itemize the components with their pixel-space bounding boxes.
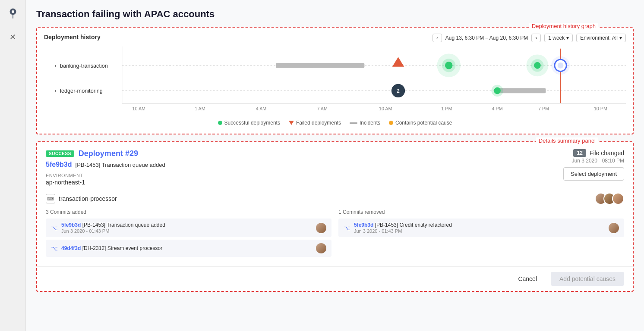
- svg-text:ledger-monitoring: ledger-monitoring: [60, 88, 103, 94]
- chart-wrapper: › banking-transaction › ledger-monitorin…: [44, 46, 626, 116]
- add-potential-causes-button[interactable]: Add potential causes: [551, 272, 624, 286]
- commit-hash-main: 5fe9b3d: [46, 161, 72, 168]
- deployment-history-content: Deployment history ‹ Aug 13, 6:30 PM – A…: [37, 28, 633, 134]
- commit-branch-icon-2: ⌥: [51, 245, 58, 252]
- commit-avatar-a2: [316, 243, 326, 253]
- commit-line-text: [PB-1453] Transaction queue added: [74, 162, 165, 168]
- commits-columns: 3 Commits added ⌥ 5fe9b3d [PB-1453] Tran…: [46, 209, 624, 259]
- commit-text-block-2: 49d4f3d [DH-2312] Stream event processor: [61, 245, 162, 251]
- commit-branch-icon-r1: ⌥: [344, 225, 350, 231]
- svg-text:4 AM: 4 AM: [256, 106, 267, 111]
- legend-successful-label: Successful deployments: [224, 120, 280, 126]
- period-dropdown[interactable]: 1 week ▾: [544, 34, 573, 42]
- deployment-header: SUCCESS Deployment #29 5fe9b3d [PB-1453]…: [46, 149, 624, 186]
- file-changed-row: 12 File changed: [573, 149, 624, 157]
- commit-text-block: 5fe9b3d [PB-1453] Transaction queue adde…: [61, 222, 165, 234]
- legend-incidents-label: Incidents: [360, 120, 380, 126]
- svg-text:7 AM: 7 AM: [317, 106, 328, 111]
- commits-removed-col: 1 Commits removed ⌥ 5fe9b3d [PB-1453] Cr…: [338, 209, 624, 259]
- commit-timestamp-a1: Jun 3 2020 - 01:43 PM: [61, 228, 165, 234]
- commits-removed-label: 1 Commits removed: [338, 209, 624, 215]
- svg-point-22: [558, 62, 564, 69]
- commit-item-removed-1: ⌥ 5fe9b3d [PB-1453] Credit entity refact…: [338, 219, 624, 237]
- service-name-header: ⌨ transaction-processor: [46, 194, 117, 203]
- legend-dot-green: [218, 121, 222, 125]
- service-icon: ⌨: [46, 194, 55, 203]
- svg-text:7 PM: 7 PM: [538, 106, 549, 111]
- commit-item-left: ⌥ 5fe9b3d [PB-1453] Transaction queue ad…: [51, 222, 165, 234]
- avatar-3: [612, 193, 624, 205]
- env-value: ap-northeast-1: [46, 179, 563, 186]
- file-count-badge: 12: [573, 149, 586, 157]
- close-icon[interactable]: ✕: [5, 29, 21, 45]
- legend-dot-orange: [389, 121, 393, 125]
- prev-date-btn[interactable]: ‹: [432, 34, 442, 42]
- commits-added-col: 3 Commits added ⌥ 5fe9b3d [PB-1453] Tran…: [46, 209, 331, 259]
- legend-potential-cause-label: Contains potential cause: [395, 120, 452, 126]
- commit-item-added-2: ⌥ 49d4f3d [DH-2312] Stream event process…: [46, 240, 331, 257]
- avatar-group: [595, 193, 624, 205]
- next-date-btn[interactable]: ›: [531, 34, 541, 42]
- svg-text:›: ›: [54, 88, 56, 94]
- svg-point-19: [534, 62, 541, 69]
- legend-failed-label: Failed deployments: [296, 120, 341, 126]
- chart-legend: Successful deployments Failed deployment…: [44, 120, 626, 129]
- legend-potential-cause: Contains potential cause: [389, 120, 452, 126]
- svg-point-16: [445, 62, 453, 69]
- chevron-down-icon-env: ▾: [619, 35, 622, 41]
- date-range: Aug 13, 6:30 PM – Aug 20, 6:30 PM: [445, 35, 528, 41]
- svg-marker-13: [392, 57, 404, 66]
- commit-hash-r1: 5fe9b3d: [354, 222, 373, 228]
- details-summary-panel-label: Details summary panel: [536, 137, 598, 144]
- commit-summary-line: 5fe9b3d [PB-1453] Transaction queue adde…: [46, 161, 563, 169]
- file-changed-timestamp: Jun 3 2020 - 08:10 PM: [572, 158, 624, 164]
- environment-dropdown[interactable]: Environment: All ▾: [576, 34, 626, 42]
- legend-triangle-failed: [289, 121, 294, 125]
- commit-hash-a2: 49d4f3d: [61, 245, 81, 251]
- env-label: Environment: [46, 173, 563, 178]
- footer-actions: Cancel Add potential causes: [37, 266, 633, 291]
- details-panel-content: SUCCESS Deployment #29 5fe9b3d [PB-1453]…: [37, 142, 633, 266]
- main-content: Transaction failing with APAC accounts D…: [26, 0, 644, 307]
- deployment-history-panel: Deployment history graph Deployment hist…: [36, 27, 634, 134]
- svg-text:›: ›: [54, 63, 56, 69]
- legend-failed: Failed deployments: [289, 120, 341, 126]
- details-summary-panel: Details summary panel SUCCESS Deployment…: [36, 141, 634, 292]
- pin-icon[interactable]: [5, 5, 21, 21]
- commit-item-added-1: ⌥ 5fe9b3d [PB-1453] Transaction queue ad…: [46, 219, 331, 237]
- svg-text:10 AM: 10 AM: [133, 106, 145, 111]
- select-deployment-button[interactable]: Select deployment: [563, 167, 624, 181]
- svg-text:1 PM: 1 PM: [441, 106, 452, 111]
- commit-avatar-a1: [316, 223, 326, 233]
- file-changed-label: File changed: [590, 150, 624, 156]
- svg-text:2: 2: [397, 88, 400, 94]
- deployment-number: Deployment #29: [79, 149, 138, 158]
- legend-successful: Successful deployments: [218, 120, 280, 126]
- commit-branch-icon: ⌥: [51, 225, 58, 231]
- svg-point-1: [12, 10, 14, 13]
- page-title: Transaction failing with APAC accounts: [36, 9, 634, 20]
- commit-ticket-a1: [PB-1453] Transaction queue added: [82, 222, 165, 228]
- chart-controls: ‹ Aug 13, 6:30 PM – Aug 20, 6:30 PM › 1 …: [432, 34, 626, 42]
- service-header-row: ⌨ transaction-processor: [46, 193, 624, 205]
- legend-line-incidents: [350, 122, 357, 124]
- commit-ticket-r1: [PB-1453] Credit entity refactored: [375, 222, 452, 228]
- deployment-chart[interactable]: › banking-transaction › ledger-monitorin…: [44, 46, 626, 115]
- commit-timestamp-r1: Jun 3 2020 - 01:43 PM: [354, 228, 452, 234]
- commit-item-left-2: ⌥ 49d4f3d [DH-2312] Stream event process…: [51, 245, 162, 252]
- svg-text:1 AM: 1 AM: [195, 106, 205, 111]
- deployment-history-title: Deployment history: [44, 34, 101, 41]
- svg-text:10 AM: 10 AM: [379, 106, 392, 111]
- commit-ticket-a2: [DH-2312] Stream event processor: [82, 245, 162, 251]
- service-commits-section: ⌨ transaction-processor 3 Commits added: [46, 193, 624, 259]
- deployment-left-col: SUCCESS Deployment #29 5fe9b3d [PB-1453]…: [46, 149, 563, 186]
- env-section: Environment ap-northeast-1: [46, 173, 563, 186]
- service-name-text: transaction-processor: [59, 195, 117, 202]
- commits-added-label: 3 Commits added: [46, 209, 331, 215]
- cancel-button[interactable]: Cancel: [509, 272, 546, 286]
- svg-text:banking-transaction: banking-transaction: [60, 63, 108, 69]
- commit-hash-a1: 5fe9b3d: [61, 222, 81, 228]
- svg-text:4 PM: 4 PM: [492, 106, 503, 111]
- deployment-history-panel-label: Deployment history graph: [529, 23, 598, 29]
- svg-rect-10: [309, 63, 364, 68]
